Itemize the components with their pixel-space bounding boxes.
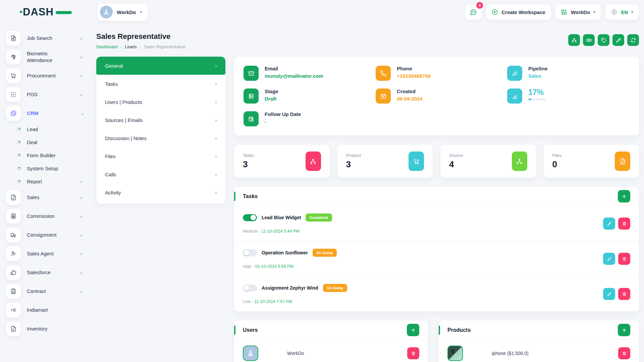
sidebar-item-pos[interactable]: POS › — [5, 85, 91, 104]
lead-progress-bar — [528, 99, 546, 100]
tab-sources-emails[interactable]: Sources | Emails› — [96, 111, 225, 129]
delete-task-button[interactable] — [618, 253, 630, 265]
remove-user-button[interactable] — [407, 347, 419, 359]
sidebar-item-biometric-attendance[interactable]: Biometric Attendance › — [5, 48, 91, 66]
sidebar-item-sales[interactable]: Sales › — [5, 188, 91, 207]
delete-task-button[interactable] — [618, 288, 630, 300]
stat-value: 3 — [243, 159, 254, 170]
video-call-button[interactable] — [583, 34, 595, 46]
delete-task-button[interactable] — [618, 218, 630, 230]
sidebar-subitem-label: Lead — [27, 126, 75, 132]
tab-users-products[interactable]: Users | Products› — [96, 93, 225, 111]
globe-icon — [611, 9, 618, 15]
tab-general[interactable]: General› — [96, 57, 225, 75]
task-datetime: 11-10-2024 7:57 PM — [254, 299, 292, 304]
sidebar-subitem-deal[interactable]: Deal — [5, 136, 91, 149]
sidebar-subitem-form-builder[interactable]: Form Builder — [5, 149, 91, 162]
sidebar-item-consignment[interactable]: Consignment › — [5, 226, 91, 244]
task-complete-toggle[interactable] — [243, 214, 257, 221]
remove-product-button[interactable] — [618, 347, 630, 359]
tab-files[interactable]: Files› — [96, 147, 225, 165]
language-label: EN — [621, 9, 628, 15]
chat-bubble-icon — [470, 8, 477, 16]
sidebar-item-label: Salesforce — [27, 269, 66, 276]
sync-icon — [630, 37, 636, 43]
sidebar-item-inventory[interactable]: Inventory — [5, 319, 91, 338]
task-name: Lead Blue Widget — [262, 215, 301, 220]
tab-discussion-notes[interactable]: Discussion | Notes› — [96, 129, 225, 147]
sidebar-item-label: CRM — [27, 110, 66, 117]
truck-icon — [6, 228, 21, 242]
labels-button[interactable] — [598, 34, 609, 46]
task-status-badge: Completed — [306, 214, 332, 222]
chevron-right-icon: › — [215, 190, 217, 195]
sidebar-item-label: Indiamart — [27, 307, 66, 313]
sidebar-item-crm[interactable]: CRM ⌄ — [5, 104, 91, 123]
task-complete-toggle[interactable] — [243, 249, 257, 256]
tab-calls[interactable]: Calls› — [96, 165, 225, 183]
email-field: Email munuty@mailinator.com — [244, 66, 376, 81]
messages-badge: 0 — [476, 2, 483, 9]
tab-tasks[interactable]: Tasks› — [96, 75, 225, 93]
task-name: Assignment Zephyr Wind — [262, 285, 318, 291]
messages-button[interactable]: 0 — [465, 4, 481, 20]
create-workspace-button[interactable]: Create Workspace — [486, 4, 551, 20]
edit-task-button[interactable] — [603, 218, 615, 230]
breadcrumb-dashboard-link[interactable]: Dashboard — [96, 44, 118, 49]
add-task-button[interactable] — [618, 190, 630, 202]
products-title: Products — [447, 327, 471, 333]
edit-task-button[interactable] — [603, 253, 615, 265]
trash-icon — [622, 292, 627, 297]
progress-circle-icon — [17, 127, 21, 131]
chevron-right-icon: › — [80, 270, 87, 275]
sidebar-item-sales-agent[interactable]: Sales Agent › — [5, 244, 91, 263]
sidebar-item-job-search[interactable]: Job Search › — [5, 29, 91, 48]
page-head: Sales Representative Dashboard › Leads ›… — [96, 24, 644, 49]
sidebar-item-indiamart[interactable]: Indiamart — [5, 301, 91, 319]
products-section: Products iphone ($1,500.0) — [439, 320, 639, 362]
workspace-switcher[interactable]: WorkDo ▾ — [97, 3, 148, 21]
sidebar-item-contract[interactable]: Contract › — [5, 282, 91, 301]
sidebar-subitem-report[interactable]: Report › — [5, 175, 91, 188]
convert-button[interactable] — [627, 34, 639, 46]
stat-value: 0 — [552, 159, 561, 170]
add-user-button[interactable] — [407, 324, 419, 336]
tasks-section: Tasks Lead Blue Widget Completed — [234, 187, 639, 311]
field-label: Created — [397, 88, 423, 94]
chevron-right-icon: › — [80, 214, 87, 219]
bottom-row: Users WorkDo — [234, 311, 639, 362]
add-product-button[interactable] — [618, 324, 630, 336]
sidebar-item-commission[interactable]: Commission › — [5, 207, 91, 226]
sidebar-item-salesforce[interactable]: Salesforce › — [5, 263, 91, 282]
edit-lead-button[interactable] — [612, 34, 624, 46]
tab-label: Tasks — [105, 81, 118, 87]
tab-activity[interactable]: Activity› — [96, 183, 225, 201]
task-row: Operation Sunflower On Going High - 01-1… — [234, 241, 639, 277]
sidebar-subitem-system-setup[interactable]: System Setup — [5, 162, 91, 175]
field-label: Email — [265, 66, 323, 71]
main-content: Sales Representative Dashboard › Leads ›… — [96, 24, 644, 362]
tab-label: Sources | Emails — [105, 117, 143, 123]
language-selector[interactable]: EN ▾ — [605, 4, 639, 20]
building-icon — [103, 8, 110, 16]
user-name: WorkDo — [287, 351, 304, 356]
chevron-down-icon: ▾ — [140, 10, 142, 14]
edit-task-button[interactable] — [603, 288, 615, 300]
stat-card-tasks: Tasks 3 — [234, 145, 330, 178]
sidebar-item-label: Job Search — [27, 35, 66, 42]
chevron-right-icon: › — [80, 289, 87, 294]
convert-to-deal-button[interactable] — [568, 34, 580, 46]
sidebar-subitem-lead[interactable]: Lead — [5, 123, 91, 136]
thumbs-up-icon — [6, 265, 21, 280]
logo-dash — [56, 11, 72, 14]
task-name: Operation Sunflower — [262, 250, 308, 255]
workspace-avatar — [100, 6, 113, 18]
breadcrumb-leads-link[interactable]: Leads — [125, 44, 137, 49]
cards-icon — [6, 106, 21, 121]
created-field: Created 09-09-2024 — [376, 88, 507, 104]
sidebar-item-procurement[interactable]: Procurement › — [5, 66, 91, 85]
app-menu-button[interactable]: WorkDo ▾ — [555, 4, 601, 20]
task-complete-toggle[interactable] — [243, 285, 257, 292]
tab-label: Calls — [105, 172, 116, 177]
task-datetime: 01-10-2024 5:55 PM — [255, 264, 293, 269]
